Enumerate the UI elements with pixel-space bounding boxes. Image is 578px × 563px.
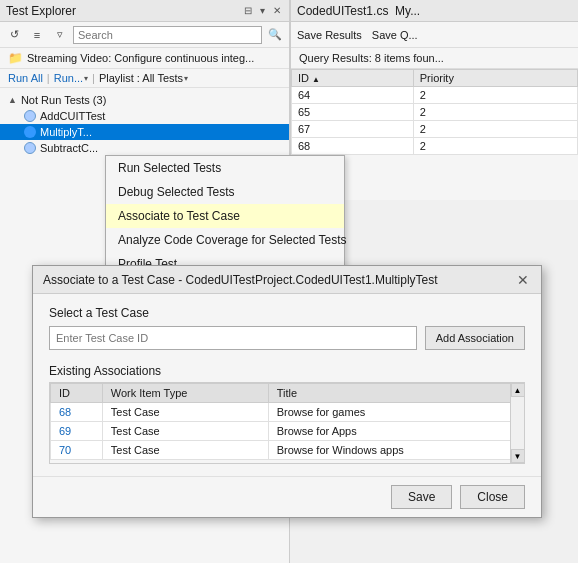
playlist-text: Playlist : All Tests	[99, 72, 183, 84]
cell-id: 67	[292, 121, 414, 138]
dialog-body: Select a Test Case Add Association Exist…	[33, 294, 541, 476]
existing-associations-label: Existing Associations	[49, 364, 525, 378]
assoc-col-id: ID	[51, 384, 103, 403]
run-chevron: ▾	[84, 74, 88, 83]
search-input[interactable]	[78, 29, 257, 41]
tree-section-label: Not Run Tests (3)	[21, 94, 106, 106]
assoc-type-69: Test Case	[102, 422, 268, 441]
run-all-link[interactable]: Run All	[8, 72, 43, 84]
save-q-button[interactable]: Save Q...	[370, 29, 420, 41]
col-header-id[interactable]: ID ▲	[292, 70, 414, 87]
assoc-row-70: 70 Test Case Browse for Windows apps	[51, 441, 524, 460]
folder-icon: 📁	[8, 51, 23, 65]
group-button[interactable]: ≡	[27, 25, 47, 45]
refresh-button[interactable]: ↺	[4, 25, 24, 45]
test-icon-add	[24, 110, 36, 122]
save-button[interactable]: Save	[391, 485, 452, 509]
pin-icon[interactable]: ⊟	[242, 4, 254, 17]
select-test-case-label: Select a Test Case	[49, 306, 525, 320]
table-row: 65 2	[292, 104, 578, 121]
cell-id: 64	[292, 87, 414, 104]
assoc-id-68[interactable]: 68	[51, 403, 103, 422]
playlist-chevron: ▾	[184, 74, 188, 83]
ctx-analyze-coverage[interactable]: Analyze Code Coverage for Selected Tests	[106, 228, 344, 252]
assoc-col-title: Title	[268, 384, 523, 403]
tree-item-add[interactable]: AddCUITTest	[0, 108, 289, 124]
test-icon-multiply	[24, 126, 36, 138]
tree-item-subtract[interactable]: SubtractC...	[0, 140, 289, 156]
test-case-input[interactable]	[49, 326, 417, 350]
coded-toolbar: Save Results Save Q...	[291, 22, 578, 48]
cell-priority: 2	[413, 121, 577, 138]
assoc-scrollbar: ▲ ▼	[510, 383, 524, 463]
test-explorer-title-bar: Test Explorer ⊟ ▾ ✕	[0, 0, 289, 22]
test-explorer-title: Test Explorer	[6, 4, 76, 18]
ctx-debug-selected[interactable]: Debug Selected Tests	[106, 180, 344, 204]
streaming-bar: 📁 Streaming Video: Configure continuous …	[0, 48, 289, 69]
separator-1: |	[47, 72, 50, 84]
assoc-type-68: Test Case	[102, 403, 268, 422]
associations-table-wrapper: ID Work Item Type Title 68 Test Case Bro…	[49, 382, 525, 464]
results-table: ID ▲ Priority 64 2 65 2 67 2 68 2	[291, 69, 578, 155]
search-icon[interactable]: 🔍	[265, 25, 285, 45]
coded-title: CodedUITest1.cs My...	[297, 4, 420, 18]
dialog-footer: Save Close	[33, 476, 541, 517]
run-link[interactable]: Run...	[54, 72, 83, 84]
close-button[interactable]: Close	[460, 485, 525, 509]
coded-title-bar: CodedUITest1.cs My...	[291, 0, 578, 22]
assoc-title-70: Browse for Windows apps	[268, 441, 523, 460]
run-bar: Run All | Run... ▾ | Playlist : All Test…	[0, 69, 289, 88]
ctx-run-selected[interactable]: Run Selected Tests	[106, 156, 344, 180]
separator-2: |	[92, 72, 95, 84]
assoc-id-70[interactable]: 70	[51, 441, 103, 460]
tree-item-label-subtract: SubtractC...	[40, 142, 98, 154]
assoc-title-68: Browse for games	[268, 403, 523, 422]
assoc-title-69: Browse for Apps	[268, 422, 523, 441]
assoc-row-69: 69 Test Case Browse for Apps	[51, 422, 524, 441]
dialog-title-bar: Associate to a Test Case - CodedUITestPr…	[33, 266, 541, 294]
test-tree: ▲ Not Run Tests (3) AddCUITTest Multiply…	[0, 88, 289, 160]
cell-priority: 2	[413, 87, 577, 104]
table-row: 68 2	[292, 138, 578, 155]
close-icon[interactable]: ✕	[271, 4, 283, 17]
associate-dialog: Associate to a Test Case - CodedUITestPr…	[32, 265, 542, 518]
assoc-id-69[interactable]: 69	[51, 422, 103, 441]
tree-section-header: ▲ Not Run Tests (3)	[0, 92, 289, 108]
search-box	[73, 26, 262, 44]
cell-id: 68	[292, 138, 414, 155]
cell-id: 65	[292, 104, 414, 121]
query-results-text: Query Results: 8 items foun...	[291, 48, 578, 69]
menu-icon[interactable]: ▾	[258, 4, 267, 17]
filter-button[interactable]: ▿	[50, 25, 70, 45]
title-icons: ⊟ ▾ ✕	[242, 4, 283, 17]
run-dropdown[interactable]: Run... ▾	[54, 72, 88, 84]
scroll-up-button[interactable]: ▲	[511, 383, 525, 397]
add-association-button[interactable]: Add Association	[425, 326, 525, 350]
scroll-track	[511, 397, 524, 449]
ctx-associate[interactable]: Associate to Test Case	[106, 204, 344, 228]
dialog-close-button[interactable]: ✕	[515, 272, 531, 288]
tree-collapse-icon[interactable]: ▲	[8, 95, 17, 105]
cell-priority: 2	[413, 104, 577, 121]
test-case-row: Add Association	[49, 326, 525, 350]
col-header-priority[interactable]: Priority	[413, 70, 577, 87]
save-results-button[interactable]: Save Results	[295, 29, 364, 41]
associations-table: ID Work Item Type Title 68 Test Case Bro…	[50, 383, 524, 460]
dialog-title: Associate to a Test Case - CodedUITestPr…	[43, 273, 438, 287]
table-row: 64 2	[292, 87, 578, 104]
assoc-type-70: Test Case	[102, 441, 268, 460]
context-menu: Run Selected Tests Debug Selected Tests …	[105, 155, 345, 277]
cell-priority: 2	[413, 138, 577, 155]
assoc-row-68: 68 Test Case Browse for games	[51, 403, 524, 422]
tree-item-multiply[interactable]: MultiplyT...	[0, 124, 289, 140]
playlist-dropdown[interactable]: Playlist : All Tests ▾	[99, 72, 188, 84]
assoc-col-type: Work Item Type	[102, 384, 268, 403]
tree-item-label-add: AddCUITTest	[40, 110, 105, 122]
toolbar-row: ↺ ≡ ▿ 🔍	[0, 22, 289, 48]
tree-item-label-multiply: MultiplyT...	[40, 126, 92, 138]
scroll-down-button[interactable]: ▼	[511, 449, 525, 463]
table-row: 67 2	[292, 121, 578, 138]
streaming-text: Streaming Video: Configure continuous in…	[27, 52, 254, 64]
test-icon-subtract	[24, 142, 36, 154]
